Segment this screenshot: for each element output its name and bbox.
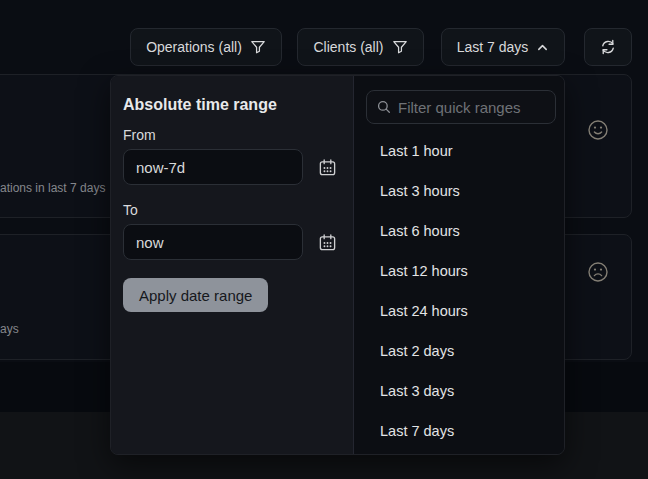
smiley-face-icon bbox=[587, 119, 609, 141]
apply-date-range-button[interactable]: Apply date range bbox=[123, 278, 268, 312]
funnel-icon bbox=[250, 39, 266, 55]
to-calendar-button[interactable] bbox=[317, 233, 337, 253]
time-range-picker-button[interactable]: Last 7 days bbox=[441, 28, 565, 66]
search-icon bbox=[377, 100, 391, 114]
absolute-time-range-section: Absolute time range From To bbox=[111, 76, 354, 454]
frowny-face-icon bbox=[587, 261, 609, 283]
app-screen: ations in last 7 days ays Operations (al… bbox=[0, 0, 648, 479]
funnel-icon bbox=[392, 39, 408, 55]
time-range-picker-popup: Absolute time range From To bbox=[110, 75, 565, 455]
stat-card-1-caption: ations in last 7 days bbox=[0, 181, 105, 195]
calendar-icon bbox=[318, 233, 337, 252]
quick-range-option[interactable]: Last 3 hours bbox=[354, 171, 564, 211]
quick-range-option[interactable]: Last 1 hour bbox=[354, 131, 564, 171]
calendar-icon bbox=[318, 158, 337, 177]
quick-range-option[interactable]: Last 6 hours bbox=[354, 211, 564, 251]
refresh-icon bbox=[599, 38, 617, 56]
stat-card-2-caption: ays bbox=[0, 322, 19, 336]
quick-ranges-search-box bbox=[366, 90, 556, 124]
quick-ranges-section: Last 1 hour Last 3 hours Last 6 hours La… bbox=[354, 76, 564, 454]
clients-filter-label: Clients (all) bbox=[313, 39, 383, 55]
clients-filter-button[interactable]: Clients (all) bbox=[297, 28, 424, 66]
to-label: To bbox=[123, 202, 138, 218]
from-calendar-button[interactable] bbox=[317, 158, 337, 178]
from-input[interactable] bbox=[123, 149, 303, 185]
time-range-label: Last 7 days bbox=[457, 39, 529, 55]
quick-ranges-list: Last 1 hour Last 3 hours Last 6 hours La… bbox=[354, 131, 564, 451]
refresh-button[interactable] bbox=[584, 28, 632, 66]
operations-filter-label: Operations (all) bbox=[146, 39, 242, 55]
quick-range-option[interactable]: Last 24 hours bbox=[354, 291, 564, 331]
quick-range-option[interactable]: Last 3 days bbox=[354, 371, 564, 411]
to-input[interactable] bbox=[123, 224, 303, 260]
chevron-up-icon bbox=[536, 41, 549, 54]
quick-range-option[interactable]: Last 7 days bbox=[354, 411, 564, 451]
quick-ranges-filter-input[interactable] bbox=[398, 99, 545, 116]
absolute-time-range-title: Absolute time range bbox=[123, 96, 277, 114]
operations-filter-button[interactable]: Operations (all) bbox=[130, 28, 282, 66]
quick-range-option[interactable]: Last 12 hours bbox=[354, 251, 564, 291]
quick-range-option[interactable]: Last 2 days bbox=[354, 331, 564, 371]
from-label: From bbox=[123, 127, 156, 143]
